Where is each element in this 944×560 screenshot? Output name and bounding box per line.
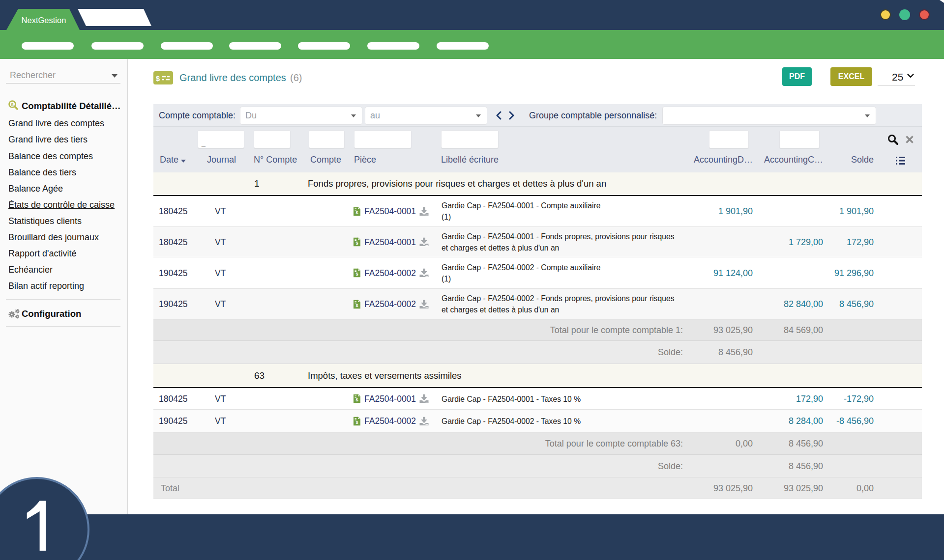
svg-text:$: $ — [156, 74, 160, 83]
svg-text:$: $ — [355, 241, 358, 246]
svg-text:$: $ — [355, 397, 358, 402]
svg-text:$: $ — [355, 303, 358, 308]
svg-text:$: $ — [355, 420, 358, 425]
svg-text:$: $ — [11, 102, 14, 107]
svg-text:$: $ — [355, 210, 358, 215]
svg-text:$: $ — [355, 272, 358, 277]
